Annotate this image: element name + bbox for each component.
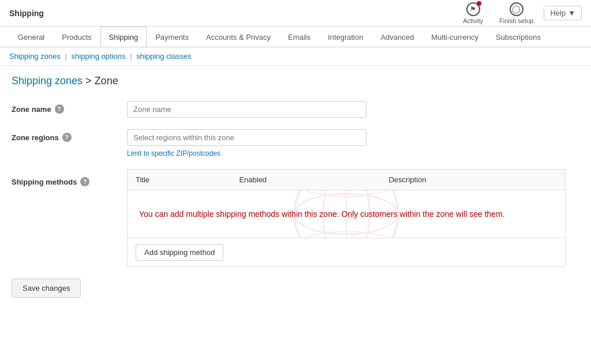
breadcrumb-current: Zone [95, 75, 118, 87]
zone-regions-input[interactable] [127, 129, 366, 146]
col-description: Description [380, 170, 565, 190]
breadcrumb: Shipping zones > Zone [12, 75, 579, 87]
sub-nav-shipping-classes[interactable]: shipping classes [136, 52, 191, 61]
add-shipping-method-button[interactable]: Add shipping method [136, 244, 223, 261]
help-chevron-icon: ▼ [568, 9, 575, 17]
sub-nav-shipping-options[interactable]: shipping options [72, 52, 126, 61]
tab-products[interactable]: Products [53, 27, 100, 47]
activity-button[interactable]: ⚑ Activity [457, 0, 489, 27]
zone-name-row: Zone name ? [12, 101, 579, 118]
zone-regions-label-col: Zone regions ? [12, 129, 127, 142]
top-bar: Shipping ⚑ Activity ◯ Finish setup Help … [0, 0, 591, 27]
activity-label: Activity [463, 17, 483, 24]
empty-message-cell: You can add multiple shipping methods wi… [128, 190, 566, 238]
table-header-row: Title Enabled Description [128, 170, 566, 190]
zone-name-label-col: Zone name ? [12, 101, 127, 114]
tabs-bar: General Products Shipping Payments Accou… [0, 27, 591, 47]
sub-nav: Shipping zones | shipping options | ship… [0, 47, 591, 66]
shipping-methods-help-icon[interactable]: ? [80, 177, 89, 186]
table-empty-row: You can add multiple shipping methods wi… [128, 190, 566, 238]
shipping-methods-label-col: Shipping methods ? [12, 169, 127, 186]
tab-emails[interactable]: Emails [279, 27, 319, 47]
empty-message-text: You can add multiple shipping methods wi… [128, 190, 565, 238]
shipping-methods-field-col: Title Enabled Description [127, 169, 579, 267]
page-content: Shipping zones > Zone Zone name ? Zone r… [0, 66, 591, 307]
tab-subscriptions[interactable]: Subscriptions [487, 27, 549, 47]
finish-setup-icon: ◯ [510, 2, 523, 16]
help-button[interactable]: Help ▼ [544, 6, 582, 20]
tab-advanced[interactable]: Advanced [372, 27, 422, 47]
tab-accounts-privacy[interactable]: Accounts & Privacy [197, 27, 279, 47]
col-enabled: Enabled [231, 170, 380, 190]
sub-nav-shipping-zones[interactable]: Shipping zones [9, 52, 61, 61]
top-bar-actions: ⚑ Activity ◯ Finish setup Help ▼ [457, 0, 582, 27]
zone-name-field-col [127, 101, 579, 118]
tab-integration[interactable]: Integration [319, 27, 372, 47]
separator-2: | [130, 52, 132, 61]
col-title: Title [128, 170, 231, 190]
add-method-cell: Add shipping method [128, 238, 566, 267]
tab-general[interactable]: General [9, 27, 53, 47]
activity-icon: ⚑ [466, 2, 480, 16]
tab-multi-currency[interactable]: Multi-currency [422, 27, 487, 47]
zone-name-input[interactable] [127, 101, 366, 118]
shipping-methods-label: Shipping methods [12, 178, 77, 186]
save-btn-row: Save changes [12, 279, 579, 298]
tab-payments[interactable]: Payments [147, 27, 197, 47]
shipping-methods-table: Title Enabled Description [127, 169, 566, 267]
help-label: Help [550, 9, 566, 17]
zone-regions-row: Zone regions ? Limit to specific ZIP/pos… [12, 129, 579, 157]
main-content: General Products Shipping Payments Accou… [0, 27, 591, 364]
add-method-row: Add shipping method [128, 238, 566, 267]
zone-regions-label: Zone regions [12, 133, 59, 142]
shipping-methods-row: Shipping methods ? Title Enabled Descrip… [12, 169, 579, 267]
separator-1: | [65, 52, 67, 61]
activity-badge [477, 1, 481, 6]
limit-zip-link[interactable]: Limit to specific ZIP/postcodes [127, 149, 579, 157]
breadcrumb-separator: > [85, 75, 95, 87]
zone-name-help-icon[interactable]: ? [55, 104, 64, 114]
tab-shipping[interactable]: Shipping [100, 27, 147, 47]
breadcrumb-link[interactable]: Shipping zones [12, 75, 83, 87]
finish-setup-label: Finish setup [499, 17, 533, 24]
zone-name-label: Zone name [12, 105, 51, 114]
zone-regions-field-col: Limit to specific ZIP/postcodes [127, 129, 579, 157]
finish-setup-button[interactable]: ◯ Finish setup [493, 0, 539, 27]
page-title: Shipping [9, 9, 457, 18]
zone-regions-help-icon[interactable]: ? [62, 133, 72, 142]
save-changes-button[interactable]: Save changes [12, 279, 81, 298]
